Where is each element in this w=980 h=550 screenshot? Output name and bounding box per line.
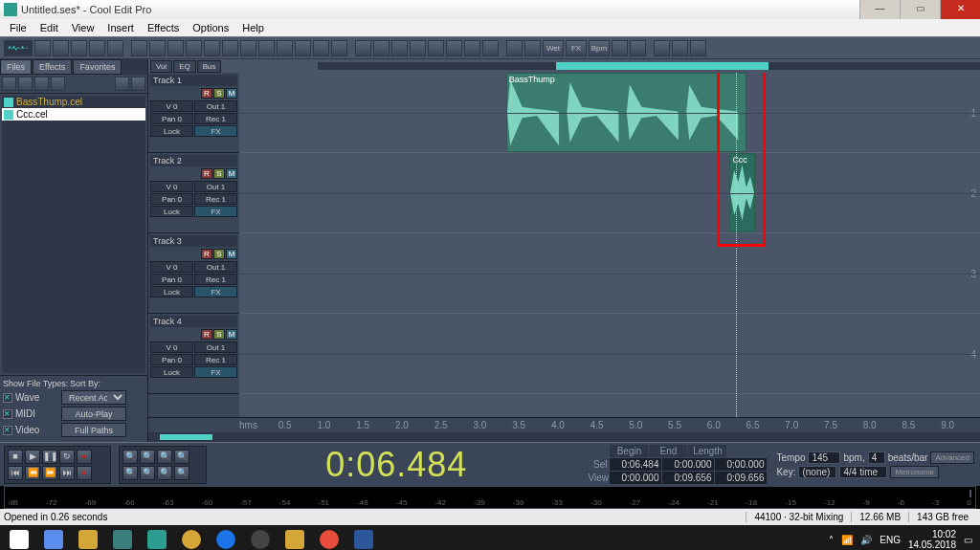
time-sig-select[interactable]: 4/4 time [839, 466, 887, 478]
toolbar-btn-13[interactable] [240, 40, 256, 56]
record-button[interactable]: ● [77, 450, 92, 464]
output-field[interactable]: Out 1 [194, 181, 237, 192]
autoplay-button[interactable]: Auto-Play [61, 407, 126, 421]
toolbar-btn-8[interactable] [149, 40, 166, 56]
tray-notifications-icon[interactable]: ▭ [964, 535, 972, 545]
fx-button[interactable]: FX [194, 286, 237, 297]
solo-button[interactable]: S [213, 88, 225, 99]
pan-field[interactable]: Pan 0 [150, 113, 193, 124]
audio-clip-bassthump[interactable]: BassThump [506, 73, 747, 152]
record-arm-button[interactable]: R [201, 168, 212, 179]
toolbar-btn-22[interactable] [410, 40, 426, 56]
rec-field[interactable]: Rec 1 [194, 193, 237, 205]
record-arm-button[interactable]: R [201, 249, 212, 259]
pan-field[interactable]: Pan 0 [150, 354, 193, 365]
toolbar-btn-32[interactable] [612, 40, 628, 56]
output-field[interactable]: Out 1 [194, 261, 237, 273]
sel-end[interactable]: 0:00.000 [662, 458, 714, 471]
toolbar-multitrack-icon[interactable] [107, 40, 123, 56]
view-tab-bus[interactable]: Bus [197, 60, 222, 73]
play-loop-button[interactable]: ↻ [59, 450, 75, 464]
minimize-button[interactable]: — [859, 0, 900, 19]
taskbar-app-5[interactable] [174, 526, 209, 550]
organizer-options-icon[interactable] [115, 77, 129, 91]
tab-favorites[interactable]: Favorites [73, 59, 122, 75]
file-item[interactable]: Ccc.cel [2, 108, 145, 121]
organizer-open-icon[interactable] [2, 77, 16, 91]
lock-button[interactable]: Lock [150, 366, 193, 378]
filetype-video-check[interactable] [3, 426, 12, 435]
start-button[interactable] [2, 526, 36, 550]
toolbar-btn-36[interactable] [690, 40, 706, 56]
key-select[interactable]: (none) [798, 466, 836, 478]
filetype-midi-check[interactable] [3, 409, 12, 419]
tab-effects[interactable]: Effects [33, 59, 72, 75]
track-row-4[interactable]: 4 [239, 314, 980, 394]
toolbar-open-icon[interactable] [53, 40, 69, 56]
pan-field[interactable]: Pan 0 [150, 193, 193, 205]
track-name[interactable]: Track 2 [150, 155, 237, 166]
lock-button[interactable]: Lock [150, 286, 193, 297]
toolbar-btn-14[interactable] [258, 40, 275, 56]
track-row-3[interactable]: 3 [239, 233, 980, 314]
taskbar-app-4[interactable] [140, 526, 174, 550]
lock-button[interactable]: Lock [150, 125, 193, 137]
organizer-help-icon[interactable] [131, 77, 145, 91]
toolbar-btn-15[interactable] [277, 40, 293, 56]
volume-field[interactable]: V 0 [150, 261, 193, 273]
taskbar-app-6[interactable] [209, 526, 243, 550]
track-row-2[interactable]: Ccc 2 [239, 153, 980, 233]
toolbar-btn-27[interactable] [506, 40, 523, 56]
view-tab-eq[interactable]: EQ [173, 60, 196, 73]
zoom-out-v-button[interactable]: 🔍 [140, 466, 155, 480]
tray-language[interactable]: ENG [880, 535, 901, 545]
solo-button[interactable]: S [213, 329, 225, 340]
zoom-right-button[interactable]: 🔍 [174, 466, 189, 480]
file-list[interactable]: BassThump.cel Ccc.cel [2, 96, 145, 373]
taskbar-app-7[interactable] [243, 526, 278, 550]
zoom-left-button[interactable]: 🔍 [157, 466, 172, 480]
tracks-timeline[interactable]: BassThump 1 Cc [239, 73, 980, 417]
tab-files[interactable]: Files [0, 59, 32, 75]
track-name[interactable]: Track 3 [150, 235, 237, 247]
taskbar-app-2[interactable] [71, 526, 105, 550]
rec-field[interactable]: Rec 1 [194, 354, 237, 365]
toolbar-save-icon[interactable] [71, 40, 87, 56]
view-end[interactable]: 0:09.656 [662, 472, 714, 484]
forward-button[interactable]: ⏩ [42, 466, 57, 480]
sel-length[interactable]: 0:00.000 [715, 458, 767, 471]
toolbar-btn-17[interactable] [313, 40, 329, 56]
go-start-button[interactable]: ⏮ [8, 466, 23, 480]
toolbar-bpm-button[interactable]: Bpm [589, 40, 610, 56]
toolbar-btn-28[interactable] [524, 40, 541, 56]
taskbar-app-10[interactable] [346, 526, 381, 550]
stop-button[interactable]: ■ [8, 450, 23, 464]
toolbar-btn-7[interactable] [131, 40, 147, 56]
tray-chevron-up-icon[interactable]: ˄ [829, 535, 834, 545]
rewind-button[interactable]: ⏪ [25, 466, 40, 480]
waveform-mode-icon[interactable] [4, 40, 33, 56]
file-item[interactable]: BassThump.cel [2, 96, 145, 108]
menu-view[interactable]: View [66, 20, 100, 35]
taskbar-app-8[interactable] [278, 526, 312, 550]
overview-bar[interactable] [318, 62, 980, 70]
mute-button[interactable]: M [226, 249, 237, 259]
playhead[interactable] [736, 73, 737, 417]
zoom-sel-button[interactable]: 🔍 [174, 450, 189, 464]
scroll-thumb[interactable] [160, 434, 212, 440]
toolbar-btn-35[interactable] [672, 40, 688, 56]
view-tab-vol[interactable]: Vol [150, 60, 172, 73]
organizer-close-icon[interactable] [18, 77, 33, 91]
tray-clock[interactable]: 10:0214.05.2018 [908, 529, 956, 550]
time-ruler[interactable]: hms0.51.01.52.02.53.03.54.04.55.05.56.06… [148, 417, 980, 432]
toolbar-btn-9[interactable] [167, 40, 184, 56]
solo-button[interactable]: S [213, 168, 225, 179]
toolbar-btn-34[interactable] [654, 40, 670, 56]
volume-field[interactable]: V 0 [150, 341, 193, 353]
track-name[interactable]: Track 4 [150, 316, 237, 327]
maximize-button[interactable]: ▭ [900, 0, 940, 19]
taskbar-app-1[interactable] [36, 526, 71, 550]
tray-volume-icon[interactable]: 🔊 [860, 535, 872, 545]
pan-field[interactable]: Pan 0 [150, 274, 193, 285]
beats-per-bar-field[interactable]: 4 [868, 451, 885, 464]
